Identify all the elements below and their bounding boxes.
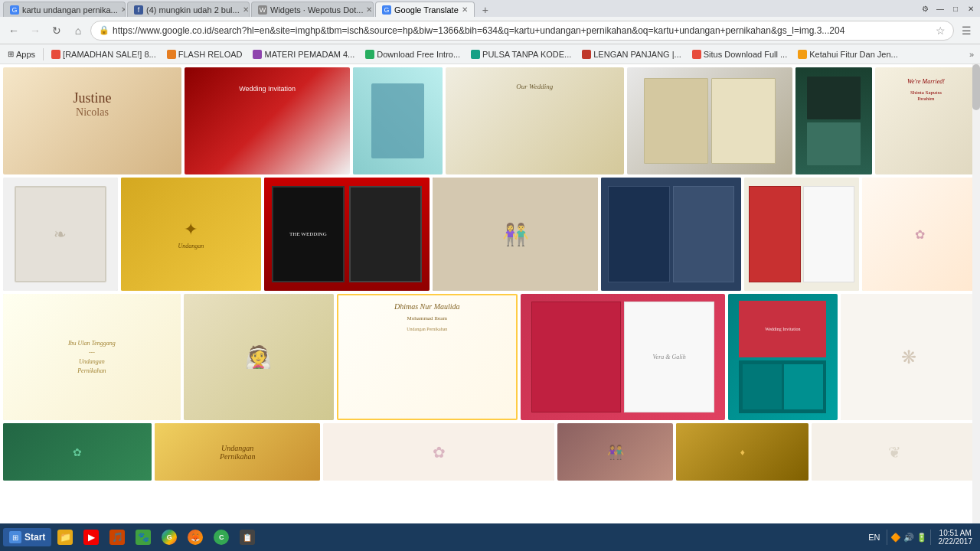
maximize-button[interactable]: □ — [949, 3, 962, 14]
tab-3-close[interactable]: ✕ — [366, 5, 372, 14]
explorer-icon: 📁 — [57, 530, 73, 545]
taskbar-app-green[interactable]: 🐾 — [131, 527, 155, 548]
image-10[interactable]: THE WEDDING — [264, 178, 430, 291]
image-1[interactable]: Justine Nicolas — [3, 67, 181, 174]
image-7[interactable]: We're Married! Shinta SaputraIbrahim — [875, 67, 977, 174]
language-indicator[interactable]: EN — [865, 531, 883, 543]
network-icon: 🔶 — [890, 533, 901, 543]
taskbar-app-wm[interactable]: 🎵 — [105, 527, 129, 548]
taskbar-app-chrome[interactable]: G — [157, 527, 181, 548]
tab-4[interactable]: G Google Translate ✕ — [375, 2, 475, 17]
bookmark-ramadhan-label: [RAMADHAN SALE!] 8... — [63, 50, 156, 59]
bookmark-download-favicon — [365, 50, 374, 59]
tab-1[interactable]: G kartu undangan pernika... ✕ — [3, 2, 126, 17]
bookmark-ramadhan[interactable]: [RAMADHAN SALE!] 8... — [47, 48, 161, 60]
home-button[interactable]: ⌂ — [69, 21, 87, 40]
bookmark-download[interactable]: Download Free Intro... — [361, 48, 465, 60]
tab-3[interactable]: W Widgets · Wepotus Dot... ✕ — [251, 2, 374, 17]
image-15[interactable]: Ibu Ulan Tenggang---UndanganPernikahan — [3, 294, 181, 420]
green-app-icon: 🐾 — [136, 530, 151, 545]
bookmarks-bar: ⊞ Apps [RAMADHAN SALE!] 8... FLASH RELOA… — [0, 44, 980, 64]
chrome2-icon: C — [214, 530, 229, 545]
image-20[interactable]: ❋ — [841, 294, 977, 420]
taskbar-app-explorer[interactable]: 📁 — [53, 527, 77, 548]
bookmark-ketahui[interactable]: Ketahui Fitur Dan Jen... — [793, 48, 903, 60]
image-9[interactable]: ✦ Undangan — [121, 178, 261, 291]
start-button[interactable]: ⊞ Start — [3, 528, 51, 546]
tab-2[interactable]: f (4) mungkin udah 2 bul... ✕ — [127, 2, 250, 17]
image-23[interactable]: ✿ — [323, 423, 554, 481]
image-4[interactable]: Our Wedding — [446, 67, 624, 174]
time-display: 10:51 AM — [939, 529, 972, 537]
close-button[interactable]: ✕ — [965, 3, 977, 14]
url-text: https://www.google.co.id/search?hl=en&si… — [113, 25, 933, 36]
taskbar-app-media[interactable]: ▶ — [79, 527, 103, 548]
bookmark-star-icon[interactable]: ☆ — [936, 24, 946, 37]
bookmark-ramadhan-favicon — [51, 50, 60, 59]
taskbar-app-chrome2[interactable]: C — [209, 527, 234, 548]
image-8[interactable]: ❧ — [3, 178, 118, 291]
bookmark-materi[interactable]: MATERI PEMADAM 4... — [248, 48, 359, 60]
tab-3-label: Widgets · Wepotus Dot... — [270, 5, 363, 15]
minimize-button[interactable]: — — [934, 3, 946, 14]
reload-button[interactable]: ↻ — [47, 21, 66, 40]
image-11[interactable]: 👫 — [433, 178, 598, 291]
bookmark-pulsa-label: PULSA TANPA KODE... — [482, 50, 571, 59]
new-tab-button[interactable]: + — [478, 3, 493, 17]
tab-2-close[interactable]: ✕ — [243, 5, 249, 14]
image-21[interactable]: ✿ — [3, 423, 152, 481]
image-26[interactable]: ❦ — [812, 423, 977, 481]
menu-button[interactable]: ☰ — [957, 21, 975, 40]
image-2[interactable]: Wedding Invitation — [185, 67, 350, 174]
image-17[interactable]: Dhimas Nur Maulida Mohammad Ibram Undang… — [337, 294, 518, 420]
taskbar-app-dark[interactable]: 📋 — [235, 527, 260, 548]
taskbar-clock[interactable]: 10:51 AM 2/22/2017 — [934, 527, 978, 547]
tab-3-favicon: W — [258, 5, 267, 15]
taskbar-divider — [887, 530, 887, 545]
image-18[interactable]: Vera & Galih — [521, 294, 725, 420]
image-5[interactable] — [627, 67, 792, 174]
window-settings-icon[interactable]: ⚙ — [919, 3, 931, 14]
image-19[interactable]: Wedding Invitation — [728, 294, 838, 420]
image-row-1: Justine Nicolas Wedding Invitation — [3, 67, 977, 174]
dark-app-icon: 📋 — [240, 530, 255, 545]
bookmark-ketahui-label: Ketahui Fitur Dan Jen... — [809, 50, 898, 59]
image-3[interactable] — [353, 67, 442, 174]
tab-4-close[interactable]: ✕ — [462, 5, 468, 14]
bookmark-apps-label: Apps — [16, 50, 35, 59]
image-24[interactable]: 👫 — [557, 423, 673, 481]
forward-button[interactable]: → — [26, 21, 44, 40]
tab-list: G kartu undangan pernika... ✕ f (4) mung… — [3, 0, 493, 17]
back-button[interactable]: ← — [5, 21, 23, 40]
image-12[interactable] — [601, 178, 741, 291]
image-22[interactable]: UndanganPernikahan — [155, 423, 320, 481]
image-13[interactable] — [744, 178, 859, 291]
bookmark-lengan[interactable]: LENGAN PANJANG |... — [577, 48, 686, 60]
bookmark-flash-label: FLASH RELOAD — [178, 50, 243, 59]
bookmark-materi-label: MATERI PEMADAM 4... — [264, 50, 354, 59]
bookmark-apps[interactable]: ⊞ Apps — [3, 48, 40, 60]
window-controls: ⚙ — □ ✕ — [919, 3, 977, 14]
taskbar-app-firefox[interactable]: 🦊 — [183, 527, 207, 548]
image-16[interactable]: 👰 — [184, 294, 334, 420]
image-6[interactable] — [795, 67, 872, 174]
bookmark-ketahui-favicon — [798, 50, 807, 59]
navigation-bar: ← → ↻ ⌂ 🔒 https://www.google.co.id/searc… — [0, 17, 980, 44]
image-row-4: ✿ UndanganPernikahan ✿ — [3, 423, 977, 481]
image-14[interactable]: ✿ — [862, 178, 977, 291]
image-25[interactable]: ♦ — [676, 423, 808, 481]
address-bar[interactable]: 🔒 https://www.google.co.id/search?hl=en&… — [90, 21, 954, 41]
bookmark-situs-label: Situs Download Full ... — [704, 50, 787, 59]
bookmark-pulsa[interactable]: PULSA TANPA KODE... — [466, 48, 576, 60]
page-scrollbar[interactable] — [972, 64, 980, 523]
bookmark-situs-favicon — [692, 50, 701, 59]
battery-icon: 🔋 — [916, 533, 927, 543]
scrollbar-thumb[interactable] — [972, 64, 980, 110]
bookmark-download-label: Download Free Intro... — [377, 50, 460, 59]
bookmark-pulsa-favicon — [471, 50, 480, 59]
bookmark-flash[interactable]: FLASH RELOAD — [162, 48, 247, 60]
bookmark-situs[interactable]: Situs Download Full ... — [688, 48, 792, 60]
bookmarks-overflow[interactable]: » — [966, 48, 977, 60]
tab-1-close[interactable]: ✕ — [121, 5, 126, 14]
taskbar-right-area: EN 🔶 🔊 🔋 10:51 AM 2/22/2017 — [865, 527, 977, 547]
